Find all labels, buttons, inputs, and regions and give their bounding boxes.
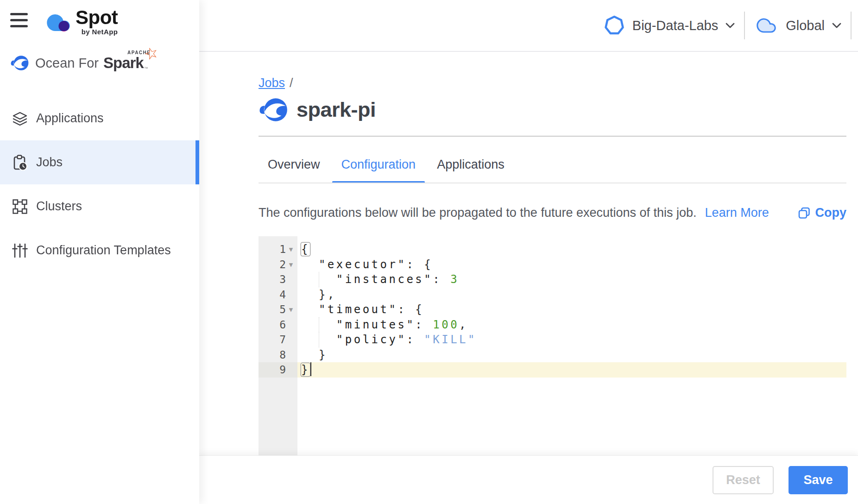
action-footer: Reset Save [199, 455, 858, 504]
copy-icon [798, 207, 811, 220]
header-divider [744, 12, 745, 39]
copy-button-label: Copy [815, 206, 847, 220]
line-number: 9 [279, 364, 286, 376]
line-number: 8 [279, 349, 286, 361]
code-token [301, 258, 319, 271]
sidebar-item-label: Configuration Templates [36, 243, 171, 258]
spot-logo-text: Spot [76, 6, 118, 29]
sidebar-item-label: Clusters [36, 199, 82, 214]
hamburger-menu-icon[interactable] [10, 13, 29, 30]
gutter-line-number[interactable]: 9 [259, 362, 297, 378]
line-number: 2 [279, 258, 286, 271]
page-title: spark-pi [297, 98, 376, 122]
gutter-line-number[interactable]: 3 [259, 272, 297, 287]
gutter-line-number[interactable]: 5▼ [259, 302, 297, 317]
breadcrumb-jobs-link[interactable]: Jobs [259, 76, 285, 90]
fold-arrow-icon[interactable]: ▼ [287, 261, 295, 268]
spot-cloud-icon [44, 10, 73, 35]
config-description-row: The configurations below will be propaga… [259, 206, 846, 220]
line-number: 5 [279, 303, 286, 315]
tab-label: Overview [268, 158, 320, 171]
tab-configuration[interactable]: Configuration [332, 153, 425, 183]
code-token: } [301, 348, 328, 361]
gutter-line-number[interactable]: 6 [259, 317, 297, 333]
sidebar-item-label: Applications [36, 111, 104, 126]
editor-gutter[interactable]: 1▼2▼345▼6789 [259, 236, 297, 455]
code-token: "instances" [336, 273, 433, 286]
code-token [301, 303, 319, 316]
indent-guide [319, 317, 319, 333]
code-token: "minutes" [336, 318, 416, 331]
code-token: "executor" [319, 258, 407, 271]
code-line-7: "policy": "KILL" [297, 332, 846, 347]
code-line-6: "minutes": 100, [297, 317, 846, 333]
cloud-region-icon [754, 16, 778, 35]
code-token: : [415, 318, 433, 331]
tab-bar: OverviewConfigurationApplications [259, 153, 517, 183]
breadcrumb-separator: / [290, 76, 293, 90]
suite-prefix-label: Ocean For [35, 56, 99, 71]
fold-arrow-icon[interactable]: ▼ [287, 306, 295, 313]
editor-code-area[interactable]: { "executor": { "instances": 3 }, "timeo… [297, 236, 846, 455]
app-window: Spot by NetApp Ocean For APACHE ☆ Spark … [0, 0, 858, 504]
code-line-8: } [297, 347, 846, 363]
chevron-down-icon [726, 23, 735, 28]
tab-applications[interactable]: Applications [428, 153, 514, 183]
code-token: "policy" [336, 333, 407, 346]
sliders-icon [12, 243, 28, 258]
spot-byline: by NetApp [82, 28, 118, 36]
tab-overview[interactable]: Overview [259, 153, 329, 183]
line-number: 7 [279, 334, 286, 346]
sidebar-item-jobs[interactable]: Jobs [0, 140, 199, 184]
gutter-line-number[interactable]: 7 [259, 332, 297, 347]
region-selector[interactable]: Global [754, 16, 841, 35]
reset-button[interactable]: Reset [713, 466, 774, 494]
gutter-line-number[interactable]: 2▼ [259, 257, 297, 272]
clipboard-clock-icon [12, 155, 28, 170]
json-config-editor[interactable]: 1▼2▼345▼6789 { "executor": { "instances"… [259, 236, 846, 455]
code-line-3: "instances": 3 [297, 272, 846, 287]
code-line-4: }, [297, 287, 846, 302]
tabs-underline-track [259, 183, 846, 183]
save-button[interactable]: Save [789, 466, 848, 494]
line-number: 3 [279, 273, 286, 285]
top-bar: Big-Data-Labs Global [199, 0, 858, 52]
code-line-9: } [297, 362, 846, 378]
trademark-symbol: ™ [144, 66, 148, 71]
layers-icon [12, 111, 28, 126]
ocean-for-spark-logo: Ocean For APACHE ☆ Spark ™ [10, 54, 156, 72]
sidebar-item-applications[interactable]: Applications [0, 96, 199, 140]
tab-label: Configuration [341, 158, 416, 171]
spot-logo[interactable]: Spot by NetApp [44, 6, 118, 36]
account-selector[interactable]: Big-Data-Labs [604, 15, 735, 36]
code-line-2: "executor": { [297, 257, 846, 272]
line-number: 6 [279, 319, 286, 331]
cluster-grid-icon [12, 199, 28, 214]
gutter-line-number[interactable]: 1▼ [259, 242, 297, 257]
gutter-line-number[interactable]: 8 [259, 347, 297, 363]
sidebar-item-label: Jobs [36, 155, 63, 170]
fold-arrow-icon[interactable]: ▼ [287, 246, 295, 253]
gutter-line-number[interactable]: 4 [259, 287, 297, 302]
active-accent-bar [196, 140, 199, 184]
apache-spark-logo: APACHE ☆ Spark ™ [103, 54, 156, 72]
spark-star-icon: ☆ [142, 42, 161, 64]
region-name: Global [786, 18, 825, 33]
copy-button[interactable]: Copy [798, 206, 847, 220]
indent-guide [319, 272, 319, 287]
job-wave-icon [259, 95, 289, 124]
account-name: Big-Data-Labs [632, 18, 718, 33]
chevron-down-icon [832, 23, 841, 28]
code-token: , [459, 318, 468, 331]
config-description: The configurations below will be propaga… [259, 206, 697, 220]
code-token: }, [301, 288, 336, 301]
sidebar-item-configuration-templates[interactable]: Configuration Templates [0, 228, 199, 272]
main-area: Big-Data-Labs Global [199, 0, 858, 504]
title-divider [259, 136, 846, 137]
code-token: : [406, 333, 424, 346]
learn-more-link[interactable]: Learn More [705, 206, 769, 220]
spark-wordmark: Spark [103, 54, 144, 71]
heptagon-account-icon [604, 15, 625, 36]
sidebar-item-clusters[interactable]: Clusters [0, 184, 199, 228]
indent-guide [319, 332, 319, 347]
